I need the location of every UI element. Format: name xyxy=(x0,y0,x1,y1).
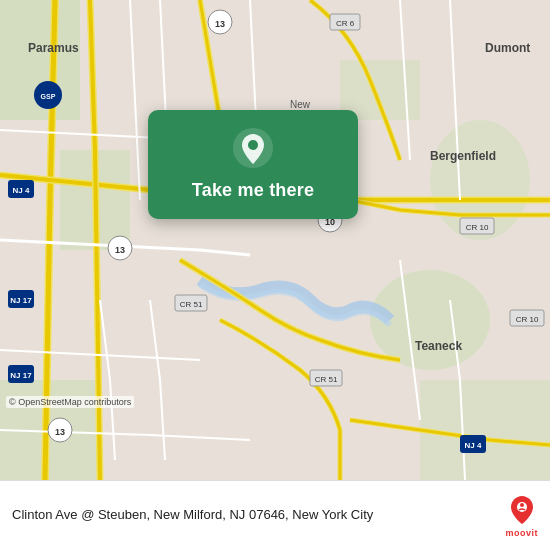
svg-text:CR 6: CR 6 xyxy=(336,19,355,28)
info-bar: Clinton Ave @ Steuben, New Milford, NJ 0… xyxy=(0,480,550,550)
map-container[interactable]: 13 13 13 NJ 4 NJ 17 NJ 17 GSP 10 CR 6 CR… xyxy=(0,0,550,480)
action-card: Take me there xyxy=(148,110,358,219)
address-text: Clinton Ave @ Steuben, New Milford, NJ 0… xyxy=(12,506,495,524)
moovit-logo: moovit xyxy=(505,494,538,538)
svg-point-44 xyxy=(520,503,524,507)
svg-text:NJ 17: NJ 17 xyxy=(10,371,32,380)
svg-text:CR 51: CR 51 xyxy=(315,375,338,384)
svg-text:CR 10: CR 10 xyxy=(516,315,539,324)
svg-text:Dumont: Dumont xyxy=(485,41,530,55)
svg-text:13: 13 xyxy=(115,245,125,255)
svg-rect-7 xyxy=(420,380,550,480)
svg-text:GSP: GSP xyxy=(41,93,56,100)
location-pin-icon xyxy=(231,126,275,170)
svg-point-42 xyxy=(248,140,258,150)
svg-text:Bergenfield: Bergenfield xyxy=(430,149,496,163)
take-me-there-button[interactable]: Take me there xyxy=(184,176,322,205)
svg-text:CR 10: CR 10 xyxy=(466,223,489,232)
svg-text:13: 13 xyxy=(215,19,225,29)
svg-text:NJ 17: NJ 17 xyxy=(10,296,32,305)
svg-text:NJ 4: NJ 4 xyxy=(465,441,482,450)
svg-text:New: New xyxy=(290,99,311,110)
svg-text:Teaneck: Teaneck xyxy=(415,339,462,353)
osm-attribution: © OpenStreetMap contributors xyxy=(6,396,134,408)
moovit-label: moovit xyxy=(505,528,538,538)
svg-text:CR 51: CR 51 xyxy=(180,300,203,309)
svg-text:Paramus: Paramus xyxy=(28,41,79,55)
svg-text:NJ 4: NJ 4 xyxy=(13,186,30,195)
moovit-icon xyxy=(506,494,538,526)
svg-text:13: 13 xyxy=(55,427,65,437)
